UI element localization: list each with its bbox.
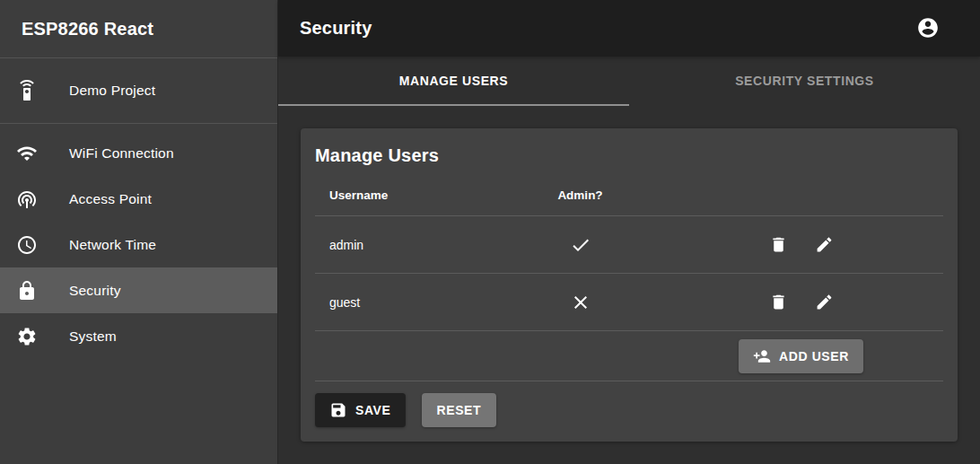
table-footer-row: ADD USER <box>315 331 943 381</box>
save-label: SAVE <box>355 403 391 417</box>
admin-cell <box>502 292 659 313</box>
trash-icon <box>769 235 788 254</box>
username-cell: admin <box>315 238 502 252</box>
appbar: Security <box>278 0 980 57</box>
gear-icon <box>16 326 38 347</box>
save-icon <box>329 401 347 419</box>
table-row: admin <box>315 216 943 274</box>
trash-icon <box>769 293 788 311</box>
card-title: Manage Users <box>315 145 943 166</box>
sidebar-item-label: Access Point <box>69 191 152 207</box>
wifi-tethering-icon <box>16 188 38 210</box>
column-header-username: Username <box>315 188 502 202</box>
sidebar-item-label: System <box>69 328 117 345</box>
pencil-icon <box>815 235 834 254</box>
delete-user-button[interactable] <box>760 285 796 320</box>
sidebar-nav: WiFi Connection Access Point Network Tim… <box>0 124 277 359</box>
column-header-admin: Admin? <box>502 188 659 202</box>
reset-label: RESET <box>437 403 482 417</box>
wifi-icon <box>16 143 38 164</box>
table-row: guest <box>315 274 943 331</box>
app-title: ESP8266 React <box>0 0 277 58</box>
row-actions <box>659 285 943 320</box>
sidebar-item-wifi-connection[interactable]: WiFi Connection <box>0 130 277 176</box>
reset-button[interactable]: RESET <box>422 393 497 427</box>
users-table: Username Admin? admin <box>315 175 943 381</box>
manage-users-card: Manage Users Username Admin? admin <box>301 128 958 442</box>
row-actions <box>659 227 943 263</box>
clock-icon <box>16 234 38 256</box>
delete-user-button[interactable] <box>760 227 796 263</box>
content-area: Manage Users Username Admin? admin <box>278 106 980 464</box>
sidebar-item-system[interactable]: System <box>0 313 277 359</box>
settings-remote-icon <box>16 80 38 101</box>
tab-bar: MANAGE USERS SECURITY SETTINGS <box>278 57 980 106</box>
pencil-icon <box>815 293 834 311</box>
sidebar-item-security[interactable]: Security <box>0 267 277 313</box>
form-actions: SAVE RESET <box>315 393 943 427</box>
main-area: Security MANAGE USERS SECURITY SETTINGS … <box>278 0 980 464</box>
table-header-row: Username Admin? <box>315 175 943 216</box>
sidebar: ESP8266 React Demo Project WiFi Connecti… <box>0 0 278 464</box>
sidebar-item-label: Demo Project <box>69 83 155 99</box>
sidebar-item-demo-project[interactable]: Demo Project <box>0 58 277 124</box>
edit-user-button[interactable] <box>806 227 842 263</box>
check-icon <box>570 234 591 256</box>
person-add-icon <box>753 347 771 365</box>
sidebar-item-label: Security <box>69 283 121 299</box>
sidebar-item-label: WiFi Connection <box>69 145 174 162</box>
account-circle-icon <box>916 16 940 39</box>
account-button[interactable] <box>910 10 946 46</box>
save-button[interactable]: SAVE <box>315 393 406 427</box>
username-cell: guest <box>315 295 502 310</box>
admin-cell <box>502 234 659 256</box>
edit-user-button[interactable] <box>806 285 842 320</box>
tab-manage-users[interactable]: MANAGE USERS <box>278 57 629 106</box>
close-icon <box>570 292 591 313</box>
page-title: Security <box>300 18 910 39</box>
add-user-label: ADD USER <box>779 349 849 363</box>
sidebar-item-network-time[interactable]: Network Time <box>0 222 277 267</box>
sidebar-item-label: Network Time <box>69 237 156 253</box>
sidebar-item-access-point[interactable]: Access Point <box>0 176 277 222</box>
lock-icon <box>16 280 38 302</box>
add-user-button[interactable]: ADD USER <box>739 339 863 373</box>
tab-security-settings[interactable]: SECURITY SETTINGS <box>629 57 980 106</box>
